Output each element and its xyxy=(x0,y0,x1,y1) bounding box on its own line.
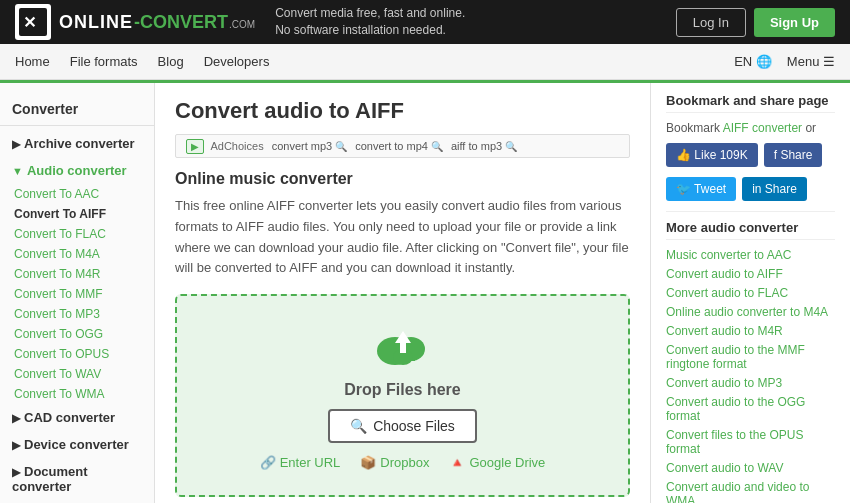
sidebar-sub-aiff[interactable]: Convert To AIFF xyxy=(0,204,154,224)
nav-blog[interactable]: Blog xyxy=(158,54,184,69)
audio-sub-menu: Convert To AAC Convert To AIFF Convert T… xyxy=(0,184,154,404)
sidebar-sub-mp3[interactable]: Convert To MP3 xyxy=(0,304,154,324)
sidebar-item-document[interactable]: ▶Document converter xyxy=(0,458,154,500)
right-panel: Bookmark and share page Bookmark AIFF co… xyxy=(650,83,850,503)
nav-home[interactable]: Home xyxy=(15,54,50,69)
ad-bar: ▶ AdChoices convert mp3 🔍 convert to mp4… xyxy=(175,134,630,158)
ad-convert-mp4[interactable]: convert to mp4 🔍 xyxy=(355,140,443,152)
sidebar-sub-ogg[interactable]: Convert To OGG xyxy=(0,324,154,344)
nav-language[interactable]: EN 🌐 xyxy=(734,54,772,69)
bookmark-title: Bookmark and share page xyxy=(666,93,835,113)
header-buttons: Log In Sign Up xyxy=(676,8,835,37)
drive-icon: 🔺 xyxy=(449,455,465,470)
facebook-like-button[interactable]: 👍 Like 109K xyxy=(666,143,758,167)
nav-developers[interactable]: Developers xyxy=(204,54,270,69)
page-body: Converter ▶Archive converter ▼Audio conv… xyxy=(0,83,850,503)
more-audio-title: More audio converter xyxy=(666,220,835,240)
twitter-tweet-button[interactable]: 🐦 Tweet xyxy=(666,177,736,201)
search-icon: 🔍 xyxy=(350,418,367,434)
search-icon: 🔍 xyxy=(335,141,347,152)
search-icon: 🔍 xyxy=(431,141,443,152)
sidebar-sub-flac[interactable]: Convert To FLAC xyxy=(0,224,154,244)
more-link-3[interactable]: Convert audio to FLAC xyxy=(666,286,835,300)
svg-rect-7 xyxy=(400,341,406,353)
header: ✕ ONLINE -CONVERT .COM Convert media fre… xyxy=(0,0,850,44)
more-link-10[interactable]: Convert audio to WAV xyxy=(666,461,835,475)
choose-files-button[interactable]: 🔍 Choose Files xyxy=(328,409,477,443)
bookmark-text: Bookmark AIFF converter or xyxy=(666,121,835,135)
dropbox-icon: 📦 xyxy=(360,455,376,470)
sidebar-sub-mmf[interactable]: Convert To MMF xyxy=(0,284,154,304)
more-link-6[interactable]: Convert audio to the MMF ringtone format xyxy=(666,343,835,371)
sidebar-sub-wav[interactable]: Convert To WAV xyxy=(0,364,154,384)
nav-file-formats[interactable]: File formats xyxy=(70,54,138,69)
more-link-11[interactable]: Convert audio and video to WMA xyxy=(666,480,835,503)
login-button[interactable]: Log In xyxy=(676,8,746,37)
separator xyxy=(666,211,835,212)
sidebar-item-audio[interactable]: ▼Audio converter xyxy=(0,157,154,184)
ad-convert-mp3[interactable]: convert mp3 🔍 xyxy=(272,140,348,152)
ad-aiff-mp3[interactable]: aiff to mp3 🔍 xyxy=(451,140,517,152)
tagline: Convert media free, fast and online. No … xyxy=(275,5,676,39)
nav-menu[interactable]: Menu ☰ xyxy=(787,54,835,69)
arrow-icon: ▶ xyxy=(12,412,20,424)
search-icon: 🔍 xyxy=(505,141,517,152)
svg-text:✕: ✕ xyxy=(23,14,36,31)
nav-right: EN 🌐 Menu ☰ xyxy=(734,54,835,69)
section-text: This free online AIFF converter lets you… xyxy=(175,196,630,279)
aiff-converter-link[interactable]: AIFF converter xyxy=(723,121,802,135)
section-title: Online music converter xyxy=(175,170,630,188)
sidebar-sub-m4r[interactable]: Convert To M4R xyxy=(0,264,154,284)
logo-text: ONLINE -CONVERT .COM xyxy=(59,12,255,33)
sidebar-item-device[interactable]: ▶Device converter xyxy=(0,431,154,458)
more-link-4[interactable]: Online audio converter to M4A xyxy=(666,305,835,319)
enter-url-link[interactable]: 🔗 Enter URL xyxy=(260,455,341,470)
signup-button[interactable]: Sign Up xyxy=(754,8,835,37)
sidebar-sub-m4a[interactable]: Convert To M4A xyxy=(0,244,154,264)
linkedin-share-button[interactable]: in Share xyxy=(742,177,807,201)
more-audio-links: Music converter to AAC Convert audio to … xyxy=(666,248,835,503)
logo-com: .COM xyxy=(229,19,255,30)
nav: Home File formats Blog Developers EN 🌐 M… xyxy=(0,44,850,80)
nav-items: Home File formats Blog Developers xyxy=(15,54,734,69)
ad-tag: ▶ xyxy=(186,139,204,154)
sidebar-title: Converter xyxy=(0,93,154,126)
dropbox-link[interactable]: 📦 Dropbox xyxy=(360,455,429,470)
main-content: Convert audio to AIFF ▶ AdChoices conver… xyxy=(155,83,650,503)
drop-files-text: Drop Files here xyxy=(197,381,608,399)
more-link-5[interactable]: Convert audio to M4R xyxy=(666,324,835,338)
more-link-2[interactable]: Convert audio to AIFF xyxy=(666,267,835,281)
sidebar-sub-wma[interactable]: Convert To WMA xyxy=(0,384,154,404)
arrow-icon: ▼ xyxy=(12,165,23,177)
arrow-icon: ▶ xyxy=(12,138,20,150)
google-drive-link[interactable]: 🔺 Google Drive xyxy=(449,455,545,470)
social-buttons-row1: 👍 Like 109K f Share xyxy=(666,143,835,167)
upload-cloud-icon xyxy=(373,321,433,371)
upload-links: 🔗 Enter URL 📦 Dropbox 🔺 Google Drive xyxy=(197,455,608,470)
logo-icon: ✕ xyxy=(15,4,51,40)
arrow-icon: ▶ xyxy=(12,466,20,478)
sidebar: Converter ▶Archive converter ▼Audio conv… xyxy=(0,83,155,503)
arrow-icon: ▶ xyxy=(12,439,20,451)
link-icon: 🔗 xyxy=(260,455,276,470)
ad-choices-label: ▶ AdChoices xyxy=(186,140,264,152)
sidebar-item-archive[interactable]: ▶Archive converter xyxy=(0,130,154,157)
upload-box[interactable]: Drop Files here 🔍 Choose Files 🔗 Enter U… xyxy=(175,294,630,497)
social-buttons-row2: 🐦 Tweet in Share xyxy=(666,177,835,201)
more-link-8[interactable]: Convert audio to the OGG format xyxy=(666,395,835,423)
more-link-1[interactable]: Music converter to AAC xyxy=(666,248,835,262)
page-title: Convert audio to AIFF xyxy=(175,98,630,124)
facebook-share-button[interactable]: f Share xyxy=(764,143,823,167)
more-link-7[interactable]: Convert audio to MP3 xyxy=(666,376,835,390)
more-link-9[interactable]: Convert files to the OPUS format xyxy=(666,428,835,456)
logo-area: ✕ ONLINE -CONVERT .COM xyxy=(15,4,255,40)
sidebar-sub-aac[interactable]: Convert To AAC xyxy=(0,184,154,204)
content-section: Online music converter This free online … xyxy=(175,170,630,279)
sidebar-item-cad[interactable]: ▶CAD converter xyxy=(0,404,154,431)
sidebar-sub-opus[interactable]: Convert To OPUS xyxy=(0,344,154,364)
